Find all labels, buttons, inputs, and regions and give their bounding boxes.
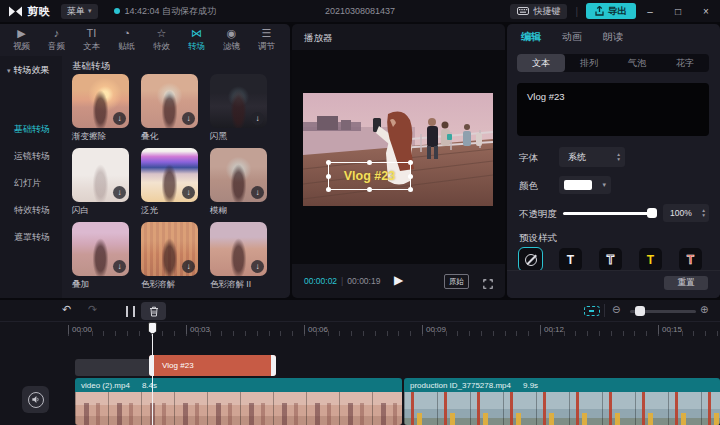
transition-item[interactable]: ↓色彩溶解 [141, 222, 198, 291]
selection-handle[interactable] [326, 174, 331, 179]
selection-handle[interactable] [326, 160, 331, 165]
subtab-text[interactable]: 文本 [517, 54, 565, 72]
selection-handle[interactable] [367, 160, 372, 165]
category-group[interactable]: ▾转场效果 [7, 64, 50, 77]
category-basic[interactable]: 基础转场 [14, 123, 50, 136]
transition-item[interactable]: ↓色彩溶解 II [210, 222, 267, 291]
transition-item[interactable]: ↓叠化 [141, 74, 198, 143]
minimize-button[interactable]: – [636, 6, 664, 17]
subtab-arrange[interactable]: 排列 [565, 54, 613, 72]
tab-filters[interactable]: ◉滤镜 [214, 27, 249, 56]
video-preview[interactable]: Vlog #23 [303, 93, 493, 206]
export-button[interactable]: 导出 [586, 3, 636, 19]
download-icon[interactable]: ↓ [182, 186, 195, 199]
text-content-input[interactable]: Vlog #23 [517, 83, 709, 136]
preset-outline[interactable]: T [599, 248, 622, 271]
transition-item[interactable]: ↓泛光 [141, 148, 198, 217]
tab-edit[interactable]: 编辑 [521, 30, 541, 44]
delete-button[interactable] [141, 302, 166, 320]
maximize-button[interactable]: □ [664, 6, 692, 17]
sliders-icon: ☰ [262, 27, 272, 40]
transition-item[interactable]: ↓渐变擦除 [72, 74, 129, 143]
download-icon[interactable]: ↓ [113, 112, 126, 125]
selection-handle[interactable] [408, 160, 413, 165]
preset-white[interactable]: T [559, 248, 582, 271]
download-icon[interactable]: ↓ [251, 112, 264, 125]
category-slideshow[interactable]: 幻灯片 [14, 177, 41, 190]
tab-video[interactable]: ▶视频 [4, 27, 39, 56]
timeline-ruler[interactable]: 00:00 00:03 00:06 00:09 00:12 00:15 [0, 322, 720, 340]
undo-icon[interactable]: ↶ [62, 303, 71, 316]
inspector-footer: 重置 [507, 270, 720, 298]
tab-sticker[interactable]: ◔贴纸 [109, 27, 144, 56]
fullscreen-icon[interactable] [483, 275, 493, 293]
stepper-icon[interactable]: ▴▾ [617, 152, 620, 162]
download-icon[interactable]: ↓ [113, 260, 126, 273]
category-effect[interactable]: 特效转场 [14, 204, 50, 217]
download-icon[interactable]: ↓ [182, 112, 195, 125]
zoom-slider-handle[interactable] [635, 306, 645, 316]
zoom-in-icon[interactable]: ⊕ [700, 304, 708, 315]
selection-handle[interactable] [326, 187, 331, 192]
clip-header: production ID_3775278.mp4 9.9s [404, 378, 720, 392]
tab-text[interactable]: TI文本 [74, 27, 109, 56]
video-clip-1[interactable]: video (2).mp4 8.4s [75, 378, 402, 425]
category-camera[interactable]: 运镜转场 [14, 150, 50, 163]
color-dropdown[interactable]: ▾ [559, 176, 611, 194]
color-label: 颜色 [519, 180, 538, 193]
transition-item[interactable]: ↓模糊 [210, 148, 267, 217]
download-icon[interactable]: ↓ [251, 260, 264, 273]
shortcuts-button[interactable]: 快捷键 [510, 4, 567, 19]
color-swatch [564, 180, 592, 190]
download-icon[interactable]: ↓ [113, 186, 126, 199]
tab-audio[interactable]: ♪音频 [39, 27, 74, 56]
opacity-value[interactable]: 100% ▴▾ [663, 204, 709, 222]
text-track-segment[interactable] [75, 359, 150, 376]
playhead-line[interactable] [152, 324, 153, 425]
tab-transitions[interactable]: ⋈转场 [179, 27, 214, 56]
tab-adjust[interactable]: ☰调节 [249, 27, 284, 56]
transition-item[interactable]: ↓叠加 [72, 222, 129, 291]
timeline-zoom-slider[interactable] [630, 310, 696, 313]
preset-yellow[interactable]: T [639, 248, 662, 271]
player-controls: 00:00:02|00:00:19 ▶ 原始 [292, 264, 505, 298]
font-dropdown[interactable]: 系统 ▴▾ [559, 147, 625, 167]
redo-icon[interactable]: ↷ [88, 303, 97, 316]
download-icon[interactable]: ↓ [182, 260, 195, 273]
tab-read-aloud[interactable]: 朗读 [603, 30, 623, 44]
original-quality-button[interactable]: 原始 [444, 274, 469, 289]
video-clip-2[interactable]: production ID_3775278.mp4 9.9s [404, 378, 720, 425]
app-logo: 剪映 [8, 4, 51, 19]
clip-duration: 9.9s [523, 381, 538, 390]
text-clip[interactable]: Vlog #23 [149, 355, 276, 376]
subtab-fancy-text[interactable]: 花字 [661, 54, 709, 72]
transition-thumbnail: ↓ [210, 148, 267, 202]
tab-animation[interactable]: 动画 [562, 30, 582, 44]
close-button[interactable]: × [692, 6, 720, 17]
transition-item[interactable]: ↓闪黑 [210, 74, 267, 143]
stepper-icon[interactable]: ▴▾ [702, 208, 705, 218]
preset-none[interactable] [519, 248, 542, 271]
slider-handle[interactable] [647, 208, 657, 218]
preset-red[interactable]: T [679, 248, 702, 271]
snap-toggle-icon[interactable] [584, 306, 600, 316]
subtab-bubble[interactable]: 气泡 [613, 54, 661, 72]
play-button[interactable]: ▶ [394, 273, 403, 287]
download-icon[interactable]: ↓ [251, 186, 264, 199]
tab-effects[interactable]: ☆特效 [144, 27, 179, 56]
menu-button[interactable]: 菜单 ▾ [61, 4, 98, 19]
category-mask[interactable]: 遮罩转场 [14, 231, 50, 244]
split-icon[interactable] [126, 306, 135, 317]
mute-original-sound-button[interactable] [22, 386, 49, 413]
transition-item[interactable]: ↓闪白 [72, 148, 129, 217]
selection-handle[interactable] [367, 187, 372, 192]
selection-handle[interactable] [408, 174, 413, 179]
selection-handle[interactable] [408, 187, 413, 192]
zoom-out-icon[interactable]: ⊖ [612, 304, 620, 315]
transition-thumbnail: ↓ [72, 148, 129, 202]
reset-button[interactable]: 重置 [664, 276, 708, 290]
transition-thumbnail: ↓ [141, 74, 198, 128]
opacity-slider[interactable] [563, 212, 655, 215]
text-selection-box[interactable]: Vlog #23 [328, 162, 411, 190]
project-title: 20210308081437 [325, 6, 395, 16]
